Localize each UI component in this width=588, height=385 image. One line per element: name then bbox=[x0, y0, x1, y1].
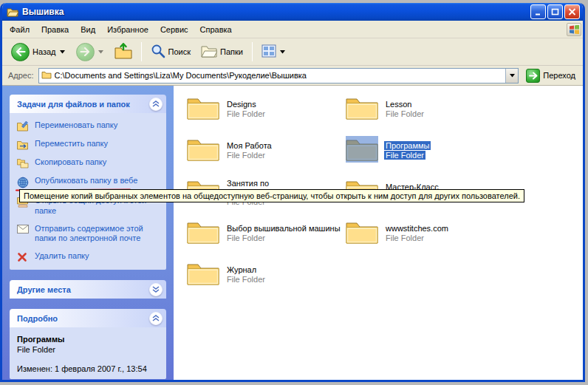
folder-icon bbox=[187, 95, 219, 121]
publish-tooltip: Помещение копий выбранных элементов на о… bbox=[19, 189, 524, 202]
maximize-button[interactable] bbox=[547, 4, 563, 19]
titlebar[interactable]: Вышивка bbox=[2, 3, 583, 21]
address-dropdown-button[interactable] bbox=[505, 69, 518, 83]
task-label[interactable]: Удалить папку bbox=[35, 251, 89, 262]
task-label[interactable]: Скопировать папку bbox=[35, 157, 106, 168]
toolbar-separator bbox=[252, 42, 253, 61]
file-item-1[interactable]: LessonFile Folder bbox=[346, 95, 501, 136]
go-button[interactable]: Переход bbox=[523, 67, 578, 84]
file-name: Lesson bbox=[384, 100, 425, 109]
up-folder-icon bbox=[114, 43, 132, 61]
file-name: Выбор вышивальной машины bbox=[225, 224, 342, 233]
task-item-0[interactable]: Переименовать папку bbox=[17, 120, 160, 132]
folder-icon bbox=[346, 95, 378, 121]
views-button[interactable] bbox=[257, 41, 290, 64]
task-item-6[interactable]: Удалить папку bbox=[17, 251, 160, 262]
file-type: File Folder bbox=[225, 234, 342, 242]
back-icon bbox=[11, 43, 30, 61]
folder-icon bbox=[187, 219, 219, 245]
file-item-0[interactable]: DesignsFile Folder bbox=[187, 95, 342, 136]
go-label: Переход bbox=[543, 71, 575, 80]
details-modified: Изменен: 1 февраля 2007 г., 13:54 bbox=[17, 364, 160, 373]
chevron-up-icon[interactable] bbox=[149, 312, 163, 325]
details-type: File Folder bbox=[17, 345, 160, 354]
forward-dropdown-arrow[interactable] bbox=[98, 50, 104, 54]
details-panel-title: Подробно bbox=[17, 314, 58, 323]
address-combo[interactable]: C:\Documents and Settings\Liza\My Docume… bbox=[38, 68, 519, 84]
minimize-button[interactable] bbox=[530, 4, 546, 19]
details-panel-header[interactable]: Подробно bbox=[10, 309, 166, 327]
views-icon bbox=[261, 44, 276, 59]
file-type: File Folder bbox=[225, 275, 267, 284]
file-item-6[interactable]: Выбор вышивальной машиныFile Folder bbox=[187, 219, 342, 260]
menubar-items: ФайлПравкаВидИзбранноеСервисСправка bbox=[4, 23, 238, 36]
task-label[interactable]: Переименовать папку bbox=[35, 120, 117, 131]
folders-icon bbox=[201, 44, 217, 59]
file-item-3[interactable]: ПрограммыFile Folder bbox=[346, 136, 501, 177]
address-folder-icon bbox=[41, 70, 52, 81]
file-type: File Folder bbox=[384, 109, 425, 118]
file-item-2[interactable]: Моя РаботаFile Folder bbox=[187, 136, 342, 177]
address-label: Адрес: bbox=[8, 71, 34, 80]
window-title: Вышивка bbox=[22, 7, 527, 17]
folder-icon bbox=[346, 219, 378, 245]
details-name: Программы bbox=[17, 335, 160, 344]
forward-button[interactable] bbox=[72, 41, 109, 64]
task-item-1[interactable]: Переместить папку bbox=[17, 139, 160, 150]
chevron-down-icon[interactable] bbox=[149, 283, 163, 296]
views-dropdown-arrow[interactable] bbox=[279, 50, 286, 54]
toolbar: Назад Поиск Папки bbox=[2, 38, 583, 66]
addressbar: Адрес: C:\Documents and Settings\Liza\My… bbox=[2, 66, 583, 86]
menu-item-2[interactable]: Вид bbox=[75, 23, 101, 36]
menu-item-3[interactable]: Избранное bbox=[101, 23, 154, 36]
folder-icon bbox=[187, 260, 219, 287]
toolbar-separator bbox=[141, 42, 142, 61]
file-name: wwwstitches.com bbox=[384, 224, 450, 233]
task-item-2[interactable]: Скопировать папку bbox=[17, 157, 160, 168]
menubar: ФайлПравкаВидИзбранноеСервисСправка bbox=[2, 21, 583, 38]
file-name: Журнал bbox=[225, 265, 267, 274]
menu-item-1[interactable]: Правка bbox=[35, 23, 75, 36]
details-panel: Подробно Программы File Folder Изменен: … bbox=[10, 309, 166, 379]
forward-icon bbox=[76, 43, 95, 61]
tasks-panel-title: Задачи для файлов и папок bbox=[17, 100, 130, 109]
other-places-panel: Другие места bbox=[10, 280, 166, 299]
file-item-8[interactable]: ЖурналFile Folder bbox=[187, 260, 342, 301]
search-icon bbox=[151, 44, 165, 60]
task-label[interactable]: Переместить папку bbox=[35, 139, 108, 149]
folders-button[interactable]: Папки bbox=[196, 41, 247, 64]
copy-icon bbox=[17, 157, 30, 168]
up-button[interactable] bbox=[110, 41, 137, 64]
menu-item-0[interactable]: Файл bbox=[4, 23, 35, 36]
file-name: Designs bbox=[225, 100, 267, 109]
close-button[interactable] bbox=[564, 4, 580, 19]
file-name: Моя Работа bbox=[225, 141, 273, 150]
publish-icon bbox=[17, 176, 30, 188]
sidebar: Задачи для файлов и папок Переименовать … bbox=[2, 86, 174, 380]
back-button[interactable]: Назад bbox=[7, 41, 70, 64]
other-places-header[interactable]: Другие места bbox=[10, 280, 166, 299]
file-list: DesignsFile FolderLessonFile FolderМоя Р… bbox=[174, 86, 583, 380]
tasks-panel-header[interactable]: Задачи для файлов и папок bbox=[10, 95, 166, 113]
go-icon bbox=[526, 69, 540, 83]
back-dropdown-arrow[interactable] bbox=[59, 50, 66, 54]
task-label[interactable]: Опубликовать папку в вебе bbox=[35, 176, 137, 186]
task-item-3[interactable]: Опубликовать папку в вебе bbox=[17, 176, 160, 188]
menu-item-4[interactable]: Сервис bbox=[154, 23, 194, 36]
chevron-up-icon[interactable] bbox=[149, 98, 163, 111]
file-type: File Folder bbox=[225, 151, 273, 160]
search-button[interactable]: Поиск bbox=[146, 41, 195, 64]
rename-icon bbox=[17, 120, 30, 132]
file-item-7[interactable]: wwwstitches.comFile Folder bbox=[346, 219, 501, 260]
task-item-5[interactable]: Отправить содержимое этой папки по элект… bbox=[17, 224, 160, 245]
file-name: Программы bbox=[384, 141, 431, 150]
task-label[interactable]: Отправить содержимое этой папки по элект… bbox=[35, 224, 160, 245]
address-input[interactable]: C:\Documents and Settings\Liza\My Docume… bbox=[55, 71, 503, 80]
content: Задачи для файлов и папок Переименовать … bbox=[2, 86, 583, 380]
file-folder-tasks-panel: Задачи для файлов и папок Переименовать … bbox=[10, 95, 166, 270]
menu-item-5[interactable]: Справка bbox=[194, 23, 238, 36]
email-icon bbox=[17, 224, 30, 234]
windows-logo-icon bbox=[567, 23, 581, 36]
search-label: Поиск bbox=[168, 47, 191, 56]
folder-icon bbox=[187, 136, 219, 163]
